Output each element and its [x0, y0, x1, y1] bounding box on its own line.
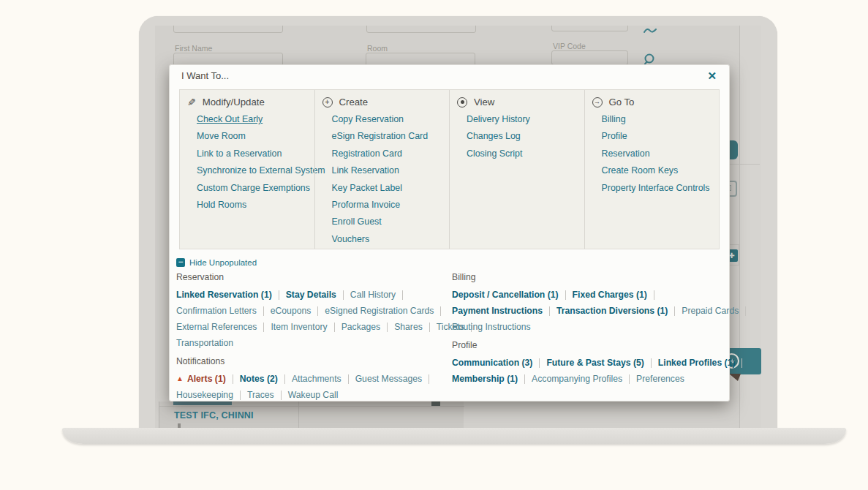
- detail-link[interactable]: ▲Linked Reservation (1): [176, 290, 286, 300]
- menu-item-label[interactable]: Vouchers: [332, 234, 370, 244]
- menu-item-label[interactable]: Link Reservation: [332, 165, 399, 176]
- detail-link-label[interactable]: Fixed Charges (1): [573, 290, 647, 300]
- detail-link-label[interactable]: Linked Profiles (1): [658, 358, 736, 368]
- detail-link-label[interactable]: Routing Instructions: [452, 322, 531, 332]
- detail-link[interactable]: ▲Item Inventory: [271, 322, 341, 332]
- detail-link[interactable]: ▲Transaction Diversions (1): [556, 306, 682, 316]
- detail-link-label[interactable]: eSigned Registration Cards: [325, 306, 434, 316]
- detail-link[interactable]: ▲Transportation: [176, 338, 233, 348]
- detail-link-label[interactable]: Accompanying Profiles: [532, 374, 622, 384]
- detail-link-label[interactable]: Preferences: [636, 374, 684, 384]
- detail-link[interactable]: ▲Alerts (1): [176, 374, 240, 384]
- detail-link-label[interactable]: Transportation: [176, 338, 233, 348]
- detail-link-label[interactable]: Guest Messages: [355, 374, 422, 384]
- menu-item[interactable]: Enroll Guest: [332, 216, 450, 233]
- menu-item-label[interactable]: Profile: [602, 131, 627, 141]
- detail-link[interactable]: ▲Stay Details: [286, 290, 350, 300]
- menu-item[interactable]: Registration Card: [332, 148, 450, 165]
- detail-link[interactable]: ▲Preferences: [636, 374, 684, 384]
- detail-link-label[interactable]: Traces: [247, 390, 274, 400]
- detail-link[interactable]: ▲Communication (3): [452, 358, 546, 368]
- menu-item[interactable]: Changes Log: [467, 131, 584, 148]
- detail-link-label[interactable]: Notes (2): [240, 374, 278, 384]
- detail-link[interactable]: ▲Accompanying Profiles: [532, 374, 636, 384]
- detail-link[interactable]: ▲Membership (1): [452, 374, 532, 384]
- menu-item-label[interactable]: eSign Registration Card: [332, 131, 429, 141]
- menu-item[interactable]: Reservation: [602, 148, 720, 165]
- menu-item-label[interactable]: Copy Reservation: [332, 114, 404, 124]
- detail-link[interactable]: ▲External References: [176, 322, 271, 332]
- detail-link[interactable]: ▲Deposit / Cancellation (1): [452, 290, 573, 300]
- detail-link[interactable]: ▲Payment Instructions: [452, 306, 556, 316]
- menu-item-label[interactable]: Changes Log: [467, 131, 521, 141]
- detail-link-label[interactable]: Shares: [394, 322, 423, 332]
- menu-item[interactable]: Property Interface Controls: [602, 183, 720, 200]
- detail-link[interactable]: ▲eSigned Registration Cards: [325, 306, 448, 316]
- vip-code-input[interactable]: [551, 50, 628, 65]
- detail-link[interactable]: ▲Fixed Charges (1): [573, 290, 661, 300]
- menu-item-label[interactable]: Enroll Guest: [332, 216, 382, 227]
- menu-item-label[interactable]: Create Room Keys: [602, 165, 679, 176]
- collapse-icon[interactable]: −: [176, 258, 185, 267]
- hide-unpopulated-toggle[interactable]: − Hide Unpopulated: [176, 258, 257, 267]
- menu-item[interactable]: Proforma Invoice: [332, 200, 450, 216]
- menu-item[interactable]: eSign Registration Card: [332, 131, 450, 148]
- detail-link[interactable]: ▲Future & Past Stays (5): [546, 358, 657, 368]
- detail-link[interactable]: ▲Shares: [394, 322, 437, 332]
- detail-link-label[interactable]: Packages: [341, 322, 381, 332]
- detail-link-label[interactable]: Stay Details: [286, 290, 336, 300]
- menu-item-label[interactable]: Key Packet Label: [332, 183, 402, 193]
- menu-item[interactable]: Move Room: [197, 131, 314, 148]
- detail-link[interactable]: ▲Guest Messages: [355, 374, 436, 384]
- detail-link-label[interactable]: Payment Instructions: [452, 306, 543, 316]
- detail-link[interactable]: ▲Confirmation Letters: [176, 306, 271, 316]
- menu-item-label[interactable]: Closing Script: [467, 148, 522, 159]
- detail-link[interactable]: ▲Routing Instructions: [452, 322, 531, 332]
- menu-item[interactable]: Custom Charge Exemptions: [197, 183, 314, 200]
- detail-link-label[interactable]: Item Inventory: [271, 322, 327, 332]
- menu-item-label[interactable]: Delivery History: [467, 114, 530, 124]
- menu-item-label[interactable]: Property Interface Controls: [602, 183, 710, 193]
- detail-link-label[interactable]: Prepaid Cards: [682, 306, 739, 316]
- menu-item-label[interactable]: Reservation: [602, 148, 650, 159]
- menu-item-label[interactable]: Synchronize to External System: [197, 165, 325, 176]
- detail-link-label[interactable]: Future & Past Stays (5): [546, 358, 644, 368]
- menu-item[interactable]: Key Packet Label: [332, 183, 450, 200]
- menu-item-label[interactable]: Billing: [602, 114, 626, 124]
- detail-link[interactable]: ▲Housekeeping: [176, 390, 247, 400]
- detail-link[interactable]: ▲Packages: [341, 322, 395, 332]
- menu-item-label[interactable]: Registration Card: [332, 148, 402, 159]
- guest-name[interactable]: TEST IFC, CHINNI: [174, 410, 254, 421]
- menu-item-label[interactable]: Move Room: [197, 131, 246, 141]
- detail-link[interactable]: ▲Traces: [247, 390, 288, 400]
- menu-item-label[interactable]: Hold Rooms: [197, 200, 246, 210]
- detail-link-label[interactable]: Linked Reservation (1): [176, 290, 272, 300]
- detail-link-label[interactable]: Housekeeping: [176, 390, 233, 400]
- menu-item[interactable]: Hold Rooms: [197, 200, 314, 216]
- menu-item[interactable]: Check Out Early: [197, 114, 314, 131]
- menu-item[interactable]: Closing Script: [467, 148, 584, 165]
- menu-item[interactable]: Vouchers: [332, 234, 450, 251]
- menu-item[interactable]: Billing: [602, 114, 720, 131]
- menu-item[interactable]: Link Reservation: [332, 165, 450, 182]
- menu-item[interactable]: Delivery History: [467, 114, 584, 131]
- menu-item-label[interactable]: Link to a Reservation: [197, 148, 282, 159]
- detail-link[interactable]: ▲Attachments: [292, 374, 355, 384]
- menu-item[interactable]: Profile: [602, 131, 720, 148]
- detail-link[interactable]: ▲eCoupons: [271, 306, 325, 316]
- detail-link-label[interactable]: Confirmation Letters: [176, 306, 257, 316]
- close-icon[interactable]: ✕: [707, 70, 717, 81]
- detail-link-label[interactable]: Membership (1): [452, 374, 518, 384]
- detail-link-label[interactable]: Wakeup Call: [288, 390, 339, 400]
- menu-item-label[interactable]: Check Out Early: [197, 114, 263, 124]
- detail-link[interactable]: ▲Notes (2): [240, 374, 292, 384]
- detail-link-label[interactable]: Deposit / Cancellation (1): [452, 290, 559, 300]
- detail-link-label[interactable]: Transaction Diversions (1): [556, 306, 668, 316]
- menu-item-label[interactable]: Proforma Invoice: [332, 200, 401, 210]
- detail-link-label[interactable]: Attachments: [292, 374, 341, 384]
- detail-link-label[interactable]: External References: [176, 322, 257, 332]
- menu-item[interactable]: Link to a Reservation: [197, 148, 314, 165]
- detail-link[interactable]: ▲Prepaid Cards: [682, 306, 752, 316]
- menu-item-label[interactable]: Custom Charge Exemptions: [197, 183, 310, 193]
- detail-link[interactable]: ▲Call History: [350, 290, 410, 300]
